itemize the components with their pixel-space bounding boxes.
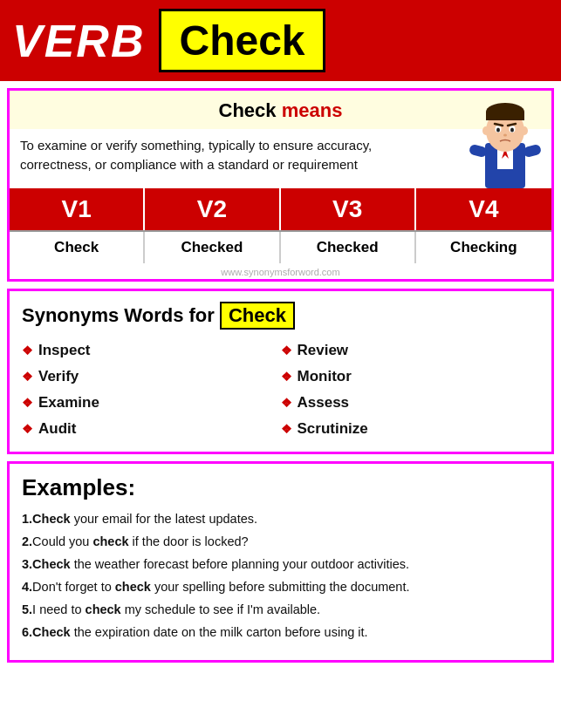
synonyms-section: Synonyms Words for Check ❖ Inspect ❖ Rev… [7, 289, 554, 454]
verb-forms-values-row: Check Checked Checked Checking [10, 230, 551, 263]
diamond-icon-2: ❖ [22, 370, 33, 384]
v4-header: V4 [416, 188, 551, 230]
synonyms-grid: ❖ Inspect ❖ Review ❖ Verify ❖ Monitor ❖ … [22, 340, 539, 439]
v1-header: V1 [10, 188, 145, 230]
v2-value: Checked [145, 232, 280, 263]
watermark: www.synonymsforword.com [10, 263, 551, 279]
example-5: 5.I need to check my schedule to see if … [22, 601, 539, 619]
synonyms-title-text: Synonyms Words for [22, 304, 215, 326]
svg-point-16 [521, 126, 528, 135]
diamond-icon-3: ❖ [22, 396, 33, 410]
v3-header: V3 [281, 188, 416, 230]
svg-rect-4 [523, 144, 542, 159]
example-4: 4.Don't forget to check your spelling be… [22, 578, 539, 596]
definition-check-word: Check [219, 99, 277, 121]
verb-label: VERB [12, 15, 145, 67]
v1-value: Check [10, 232, 145, 263]
v3-value: Checked [281, 232, 416, 263]
v4-value: Checking [416, 232, 551, 263]
example-6: 6.Check the expiration date on the milk … [22, 623, 539, 642]
verb-forms-header-row: V1 V2 V3 V4 [10, 188, 551, 230]
diamond-icon-4: ❖ [22, 422, 33, 436]
synonym-assess: ❖ Assess [281, 392, 540, 413]
diamond-icon-1: ❖ [22, 344, 33, 357]
synonyms-check-highlight: Check [220, 302, 295, 330]
synonyms-title: Synonyms Words for Check [22, 302, 539, 330]
definition-body: To examine or verify something, typicall… [10, 129, 411, 181]
example-2: 2.Could you check if the door is locked? [22, 533, 539, 551]
check-title-box: Check [159, 9, 325, 72]
svg-point-10 [496, 128, 500, 133]
diamond-icon-6: ❖ [281, 370, 292, 384]
page-header: VERB Check [0, 0, 561, 81]
character-illustration [466, 98, 544, 194]
svg-point-11 [510, 128, 514, 133]
examples-section: Examples: 1.Check your email for the lat… [7, 461, 554, 663]
definition-section: Check means To examine or verify somethi… [7, 88, 554, 282]
synonym-inspect: ❖ Inspect [22, 340, 281, 361]
diamond-icon-7: ❖ [281, 396, 292, 410]
examples-title: Examples: [22, 474, 539, 501]
synonym-scrutinize: ❖ Scrutinize [281, 418, 540, 439]
synonym-review: ❖ Review [281, 340, 540, 361]
v2-header: V2 [145, 188, 280, 230]
diamond-icon-8: ❖ [281, 422, 292, 436]
svg-rect-7 [486, 112, 524, 120]
definition-means-word: means [282, 99, 343, 121]
diamond-icon-5: ❖ [281, 344, 292, 357]
svg-point-14 [503, 134, 507, 137]
example-3: 3.Check the weather forecast before plan… [22, 555, 539, 574]
example-1: 1.Check your email for the latest update… [22, 510, 539, 528]
svg-rect-3 [469, 144, 488, 159]
synonym-examine: ❖ Examine [22, 392, 281, 413]
synonym-audit: ❖ Audit [22, 418, 281, 439]
synonym-monitor: ❖ Monitor [281, 366, 540, 387]
synonym-verify: ❖ Verify [22, 366, 281, 387]
svg-point-15 [482, 126, 489, 135]
